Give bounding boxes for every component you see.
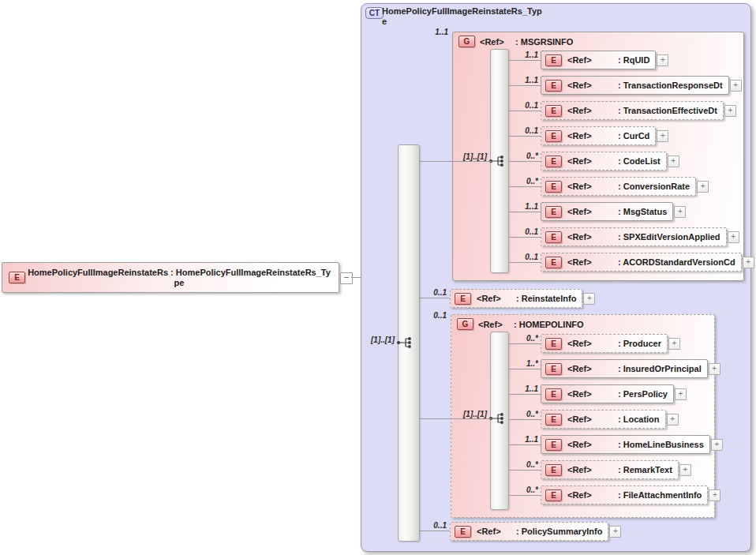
element-box-reinstateinfo[interactable]: E<Ref>: ReinstateInfo	[450, 289, 582, 308]
element-row-producer: E<Ref>: Producer+	[541, 334, 680, 353]
element-name: : Producer	[618, 339, 661, 348]
element-box-spxeditversionapplied[interactable]: E<Ref>: SPXEditVersionApplied	[541, 227, 727, 246]
expand-icon[interactable]: +	[657, 54, 668, 66]
element-box-rquid[interactable]: E<Ref>: RqUID	[541, 51, 656, 69]
element-name: : PolicySummaryInfo	[516, 527, 602, 536]
cardinality-label: 0..1	[491, 126, 538, 135]
root-element-label: HomePolicyFullImageReinstateRs : HomePol…	[26, 268, 332, 288]
element-box-curcd[interactable]: E<Ref>: CurCd	[541, 126, 656, 145]
root-element-box[interactable]: E HomePolicyFullImageReinstateRs : HomeP…	[2, 262, 339, 293]
complex-type-title: HomePolicyFullImageReinstateRs_Type	[382, 6, 544, 27]
cardinality-label: 1..*	[491, 359, 538, 368]
element-name: : ReinstateInfo	[516, 294, 576, 303]
expand-icon[interactable]: +	[668, 156, 679, 167]
ref-label: <Ref>	[567, 55, 618, 65]
element-row-insuredorprincipal: E<Ref>: InsuredOrPrincipal+	[541, 359, 720, 378]
element-box-policysummaryinfo[interactable]: E<Ref>: PolicySummaryInfo	[450, 522, 608, 541]
element-name: : HomeLineBusiness	[618, 440, 704, 449]
expand-icon[interactable]: +	[709, 363, 720, 375]
element-name: : FileAttachmentInfo	[618, 490, 702, 500]
connector-line	[509, 111, 541, 111]
expand-icon[interactable]: +	[668, 338, 680, 350]
expand-icon[interactable]: +	[728, 231, 739, 243]
group-badge: G	[458, 36, 475, 47]
element-box-location[interactable]: E<Ref>: Location	[541, 410, 666, 429]
group-name: : MSGRSINFO	[515, 37, 573, 47]
ref-label: <Ref>	[567, 106, 618, 115]
element-box-remarktext[interactable]: E<Ref>: RemarkText	[541, 460, 679, 479]
cardinality-label: [1]..[1]	[440, 152, 487, 161]
element-badge: E	[545, 231, 562, 243]
element-row-location: E<Ref>: Location+	[541, 410, 679, 429]
element-badge: E	[545, 489, 562, 501]
ref-label: <Ref>	[567, 156, 618, 166]
element-name: : MsgStatus	[618, 207, 667, 216]
expand-icon[interactable]: +	[711, 439, 723, 451]
connector-line	[509, 470, 541, 471]
element-box-conversionrate[interactable]: E<Ref>: ConversionRate	[541, 177, 696, 196]
element-row-acordstandardversioncd: E<Ref>: ACORDStandardVersionCd+	[541, 253, 754, 272]
expand-icon[interactable]: +	[583, 293, 595, 305]
element-box-fileattachmentinfo[interactable]: E<Ref>: FileAttachmentInfo	[541, 486, 708, 504]
element-name: : RemarkText	[618, 465, 672, 474]
ref-label: <Ref>	[567, 414, 618, 424]
complex-type-badge: CT	[365, 7, 384, 19]
element-badge: E	[545, 130, 562, 142]
expand-icon[interactable]: +	[667, 414, 679, 426]
connector-line	[509, 136, 541, 137]
element-row-rquid: E<Ref>: RqUID+	[541, 51, 668, 69]
collapse-toggle-icon[interactable]: −	[340, 272, 353, 284]
cardinality-label: 0..*	[491, 410, 538, 418]
element-name: : CodeList	[618, 156, 661, 166]
ref-label: <Ref>	[567, 339, 618, 348]
expand-icon[interactable]: +	[730, 80, 742, 92]
cardinality-label: [1]..[1]	[347, 336, 395, 344]
expand-icon[interactable]: +	[697, 181, 709, 193]
expand-icon[interactable]: +	[609, 526, 621, 538]
element-row-codelist: E<Ref>: CodeList+	[541, 152, 679, 171]
element-badge: E	[545, 181, 562, 193]
element-box-perspolicy[interactable]: E<Ref>: PersPolicy	[541, 384, 674, 403]
element-box-producer[interactable]: E<Ref>: Producer	[541, 334, 668, 353]
ref-label: <Ref>	[567, 364, 618, 373]
expand-icon[interactable]: +	[679, 464, 691, 476]
group-header: G<Ref>: MSGRSINFO	[458, 36, 573, 47]
element-row-remarktext: E<Ref>: RemarkText+	[541, 460, 691, 479]
element-badge: E	[545, 414, 562, 426]
element-name: : PersPolicy	[618, 389, 668, 399]
expand-icon[interactable]: +	[724, 105, 736, 117]
cardinality-label: 0..*	[491, 334, 538, 343]
ref-label: <Ref>	[478, 320, 514, 329]
element-row-homelinebusiness: E<Ref>: HomeLineBusiness+	[541, 435, 723, 454]
element-badge: E	[545, 363, 562, 375]
ref-label: <Ref>	[567, 81, 618, 90]
connector-line	[509, 444, 541, 445]
element-badge: E	[545, 464, 562, 476]
element-box-insuredorprincipal[interactable]: E<Ref>: InsuredOrPrincipal	[541, 359, 708, 378]
element-row-fileattachmentinfo: E<Ref>: FileAttachmentInfo+	[541, 486, 720, 504]
element-row-curcd: E<Ref>: CurCd+	[541, 126, 668, 145]
expand-icon[interactable]: +	[674, 206, 686, 218]
expand-icon[interactable]: +	[657, 130, 668, 142]
element-box-codelist[interactable]: E<Ref>: CodeList	[541, 152, 667, 171]
expand-icon[interactable]: +	[709, 489, 720, 501]
element-badge: E	[545, 206, 562, 218]
group-badge: G	[457, 318, 473, 330]
expand-icon[interactable]: +	[743, 257, 754, 268]
element-box-homelinebusiness[interactable]: E<Ref>: HomeLineBusiness	[541, 435, 710, 454]
element-box-msgstatus[interactable]: E<Ref>: MsgStatus	[541, 202, 673, 221]
element-badge: E	[545, 439, 562, 451]
schema-diagram-canvas: E HomePolicyFullImageReinstateRs : HomeP…	[0, 0, 756, 555]
element-box-transactioneffectivedt[interactable]: E<Ref>: TransactionEffectiveDt	[541, 101, 724, 120]
element-box-acordstandardversioncd[interactable]: E<Ref>: ACORDStandardVersionCd	[541, 253, 742, 272]
element-badge: E	[545, 80, 562, 92]
element-name: : TransactionEffectiveDt	[618, 106, 717, 115]
connector-line	[509, 262, 541, 263]
element-box-transactionresponsedt[interactable]: E<Ref>: TransactionResponseDt	[541, 76, 729, 95]
connector-line	[509, 186, 541, 187]
sequence-icon	[396, 336, 414, 349]
element-row-policysummaryinfo: E<Ref>: PolicySummaryInfo+	[450, 522, 621, 541]
element-row-transactioneffectivedt: E<Ref>: TransactionEffectiveDt+	[541, 101, 736, 120]
expand-icon[interactable]: +	[675, 388, 687, 400]
ref-label: <Ref>	[567, 182, 618, 191]
